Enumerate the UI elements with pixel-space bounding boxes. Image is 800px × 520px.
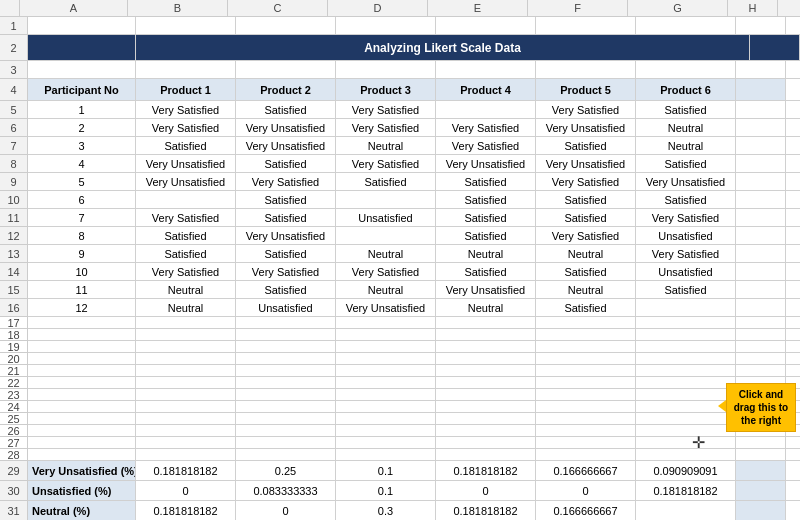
product2-val[interactable]: Very Unsatisfied [236, 137, 336, 154]
product6-val[interactable]: Satisfied [636, 191, 736, 208]
participant-no[interactable]: 1 [28, 101, 136, 118]
product3-val[interactable]: Very Satisfied [336, 263, 436, 280]
extra-col[interactable] [736, 137, 786, 154]
participant-no[interactable]: 6 [28, 191, 136, 208]
product6-val[interactable]: Unsatisfied [636, 263, 736, 280]
product1-val[interactable]: Very Satisfied [136, 119, 236, 136]
participant-no[interactable]: 12 [28, 299, 136, 316]
summary-f[interactable]: 0.181818182 [436, 461, 536, 480]
product5-val[interactable]: Very Satisfied [536, 173, 636, 190]
row-num-6[interactable]: 6 [0, 119, 27, 137]
product2-val[interactable]: Satisfied [236, 191, 336, 208]
product6-val[interactable]: Satisfied [636, 155, 736, 172]
summary-d[interactable]: 0.25 [236, 461, 336, 480]
summary-c[interactable]: 0 [136, 481, 236, 500]
product4-val[interactable]: Very Satisfied [436, 137, 536, 154]
col-header-c[interactable]: C [228, 0, 328, 16]
extra-col[interactable] [736, 227, 786, 244]
product2-val[interactable]: Satisfied [236, 101, 336, 118]
product1-val[interactable]: Very Satisfied [136, 101, 236, 118]
product1-val[interactable]: Satisfied [136, 137, 236, 154]
summary-g[interactable]: 0.166666667 [536, 461, 636, 480]
product4-val[interactable]: Satisfied [436, 191, 536, 208]
product3-val[interactable]: Very Satisfied [336, 101, 436, 118]
product5-val[interactable]: Neutral [536, 245, 636, 262]
participant-no[interactable]: 11 [28, 281, 136, 298]
product5-val[interactable]: Satisfied [536, 191, 636, 208]
product3-val[interactable]: Very Satisfied [336, 155, 436, 172]
row-num-3[interactable]: 3 [0, 61, 27, 79]
extra-col[interactable] [736, 299, 786, 316]
row-num-5[interactable]: 5 [0, 101, 27, 119]
col-header-d[interactable]: D [328, 0, 428, 16]
col-header-h[interactable]: H [728, 0, 778, 16]
product6-val[interactable]: Very Unsatisfied [636, 173, 736, 190]
extra-col[interactable] [736, 119, 786, 136]
product4-val[interactable]: Very Unsatisfied [436, 155, 536, 172]
product4-val[interactable]: Satisfied [436, 173, 536, 190]
product2-val[interactable]: Very Unsatisfied [236, 119, 336, 136]
product1-val[interactable] [136, 191, 236, 208]
product5-val[interactable]: Satisfied [536, 209, 636, 226]
summary-g[interactable]: 0 [536, 481, 636, 500]
participant-no[interactable]: 2 [28, 119, 136, 136]
col-header-a[interactable]: A [20, 0, 128, 16]
product1-val[interactable]: Satisfied [136, 227, 236, 244]
row-num-31[interactable]: 31 [0, 501, 27, 520]
extra-col[interactable] [736, 155, 786, 172]
summary-e[interactable]: 0.1 [336, 461, 436, 480]
product1-val[interactable]: Very Satisfied [136, 209, 236, 226]
product3-val[interactable]: Satisfied [336, 173, 436, 190]
row-num-1[interactable]: 1 [0, 17, 27, 35]
participant-no[interactable]: 4 [28, 155, 136, 172]
participant-no[interactable]: 5 [28, 173, 136, 190]
product1-val[interactable]: Very Unsatisfied [136, 155, 236, 172]
product2-val[interactable]: Satisfied [236, 209, 336, 226]
product3-val[interactable]: Unsatisfied [336, 209, 436, 226]
product1-val[interactable]: Very Satisfied [136, 263, 236, 280]
product5-val[interactable]: Very Unsatisfied [536, 119, 636, 136]
participant-no[interactable]: 9 [28, 245, 136, 262]
product6-val[interactable]: Neutral [636, 119, 736, 136]
product2-val[interactable]: Very Unsatisfied [236, 227, 336, 244]
product3-val[interactable] [336, 191, 436, 208]
product4-val[interactable]: Satisfied [436, 263, 536, 280]
summary-d[interactable]: 0.083333333 [236, 481, 336, 500]
product5-val[interactable]: Very Satisfied [536, 101, 636, 118]
product3-val[interactable]: Neutral [336, 245, 436, 262]
product3-val[interactable]: Neutral [336, 137, 436, 154]
summary-d[interactable]: 0 [236, 501, 336, 520]
participant-no[interactable]: 3 [28, 137, 136, 154]
product4-val[interactable]: Satisfied [436, 209, 536, 226]
product5-val[interactable]: Satisfied [536, 263, 636, 280]
product2-val[interactable]: Satisfied [236, 281, 336, 298]
product1-val[interactable]: Neutral [136, 299, 236, 316]
extra-col[interactable] [736, 101, 786, 118]
col-header-f[interactable]: F [528, 0, 628, 16]
product6-val[interactable] [636, 299, 736, 316]
product5-val[interactable]: Very Unsatisfied [536, 155, 636, 172]
product1-val[interactable]: Satisfied [136, 245, 236, 262]
summary-f[interactable]: 0 [436, 481, 536, 500]
product1-val[interactable]: Very Unsatisfied [136, 173, 236, 190]
product3-val[interactable]: Neutral [336, 281, 436, 298]
col-header-g[interactable]: G [628, 0, 728, 16]
row-num-12[interactable]: 12 [0, 227, 27, 245]
row-num-2[interactable]: 2 [0, 35, 27, 61]
product6-val[interactable]: Satisfied [636, 101, 736, 118]
product2-val[interactable]: Satisfied [236, 245, 336, 262]
extra-col[interactable] [736, 263, 786, 280]
row-num-9[interactable]: 9 [0, 173, 27, 191]
row-num-7[interactable]: 7 [0, 137, 27, 155]
summary-e[interactable]: 0.1 [336, 481, 436, 500]
summary-h[interactable]: 0.181818182 [636, 481, 736, 500]
product2-val[interactable]: Unsatisfied [236, 299, 336, 316]
participant-no[interactable]: 7 [28, 209, 136, 226]
row-num-8[interactable]: 8 [0, 155, 27, 173]
product3-val[interactable]: Very Unsatisfied [336, 299, 436, 316]
extra-col[interactable] [736, 281, 786, 298]
product6-val[interactable]: Unsatisfied [636, 227, 736, 244]
product2-val[interactable]: Very Satisfied [236, 173, 336, 190]
product4-val[interactable]: Very Satisfied [436, 119, 536, 136]
participant-no[interactable]: 8 [28, 227, 136, 244]
